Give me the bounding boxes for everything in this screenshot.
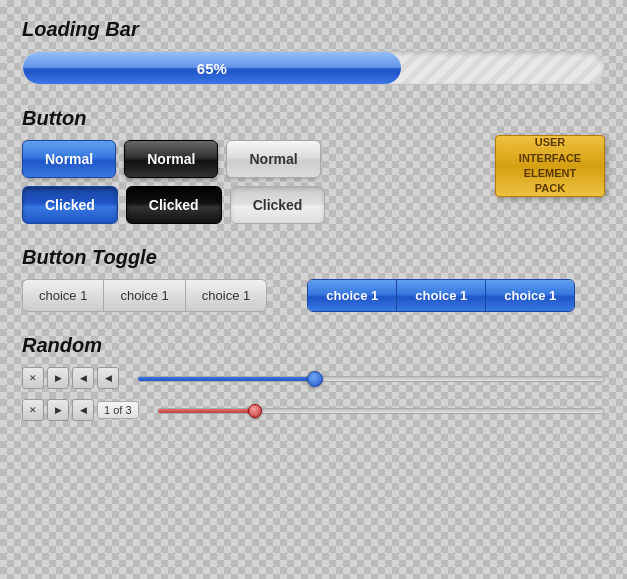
random-row-2: ✕ ▶ ◀ 1 of 3 xyxy=(22,399,605,421)
ui-pack-badge-text: USER INTERFACE ELEMENT PACK xyxy=(510,135,590,197)
toggle-blue-1[interactable]: choice 1 xyxy=(308,280,397,311)
loading-bar-section: Loading Bar 65% xyxy=(22,18,605,85)
toggle-group-gray: choice 1 choice 1 choice 1 xyxy=(22,279,267,312)
slider-1-track xyxy=(137,376,605,382)
slider-1[interactable] xyxy=(137,371,605,387)
media-btn-play-2[interactable]: ▶ xyxy=(47,399,69,421)
dark-clicked-button[interactable]: Clicked xyxy=(126,186,222,224)
toggle-blue-3[interactable]: choice 1 xyxy=(486,280,574,311)
random-section-title: Random xyxy=(22,334,605,357)
toggle-gray-2[interactable]: choice 1 xyxy=(104,280,185,311)
slider-2[interactable] xyxy=(157,403,605,419)
toggle-group-blue: choice 1 choice 1 choice 1 xyxy=(307,279,575,312)
random-row-1: ✕ ▶ ◀ ◀ xyxy=(22,367,605,389)
media-btn-back-2[interactable]: ◀ xyxy=(72,399,94,421)
toggle-groups: choice 1 choice 1 choice 1 choice 1 choi… xyxy=(22,279,605,312)
media-btn-x-2[interactable]: ✕ xyxy=(22,399,44,421)
media-btn-back2-1[interactable]: ◀ xyxy=(97,367,119,389)
slider-2-fill xyxy=(158,409,256,413)
media-controls-1: ✕ ▶ ◀ ◀ xyxy=(22,367,119,389)
media-btn-x-1[interactable]: ✕ xyxy=(22,367,44,389)
toggle-gray-1[interactable]: choice 1 xyxy=(23,280,104,311)
loading-bar-title: Loading Bar xyxy=(22,18,605,41)
button-section-title: Button xyxy=(22,107,605,130)
random-controls: ✕ ▶ ◀ ◀ ✕ ▶ ◀ 1 of 3 xyxy=(22,367,605,421)
slider-2-track xyxy=(157,408,605,414)
loading-bar-fill: 65% xyxy=(23,52,401,84)
slider-2-thumb[interactable] xyxy=(248,404,262,418)
button-section: Button Normal Normal Normal Clicked Clic… xyxy=(22,107,605,224)
slider-1-thumb[interactable] xyxy=(307,371,323,387)
loading-bar-percent: 65% xyxy=(197,60,227,77)
blue-clicked-button[interactable]: Clicked xyxy=(22,186,118,224)
toggle-blue-2[interactable]: choice 1 xyxy=(397,280,486,311)
slider-1-fill xyxy=(138,377,315,381)
media-controls-2: ✕ ▶ ◀ 1 of 3 xyxy=(22,399,139,421)
gray-clicked-button[interactable]: Clicked xyxy=(230,186,326,224)
toggle-gray-3[interactable]: choice 1 xyxy=(186,280,266,311)
media-btn-play-1[interactable]: ▶ xyxy=(47,367,69,389)
media-btn-back-1[interactable]: ◀ xyxy=(72,367,94,389)
gray-normal-button[interactable]: Normal xyxy=(226,140,320,178)
counter-display: 1 of 3 xyxy=(97,401,139,419)
toggle-section-title: Button Toggle xyxy=(22,246,605,269)
toggle-section: Button Toggle choice 1 choice 1 choice 1… xyxy=(22,246,605,312)
loading-bar-track: 65% xyxy=(22,51,605,85)
dark-normal-button[interactable]: Normal xyxy=(124,140,218,178)
ui-pack-badge: USER INTERFACE ELEMENT PACK xyxy=(495,135,605,197)
blue-normal-button[interactable]: Normal xyxy=(22,140,116,178)
random-section: Random ✕ ▶ ◀ ◀ ✕ ▶ ◀ 1 of 3 xyxy=(22,334,605,421)
